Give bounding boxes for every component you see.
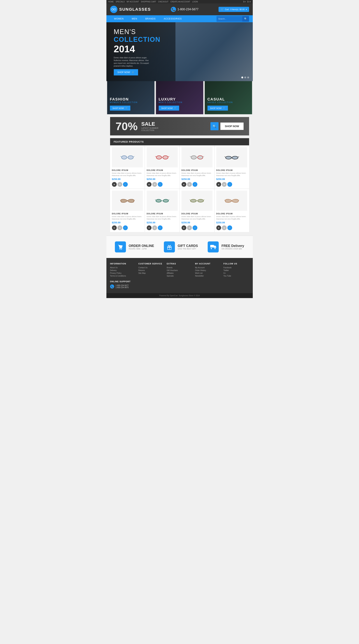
footer-privacy[interactable]: Privacy Policy: [110, 272, 136, 274]
category-luxury[interactable]: LUXURY MEN'S COLLECTION SHOP NOW! 🛒: [156, 81, 203, 114]
luxury-shop-button[interactable]: SHOP NOW! 🛒: [159, 106, 179, 110]
product-title: DOLORE IPSUM: [182, 213, 212, 215]
svg-point-23: [191, 156, 196, 159]
hero-title-line2: COLLECTION: [114, 36, 161, 44]
fashion-shop-button[interactable]: SHOP NOW! 🛒: [110, 106, 131, 110]
footer-cs-title: CUSTOMER SERVICE: [138, 262, 164, 265]
category-fashion[interactable]: FASHION WOMEN'S COLLECTION SHOP NOW! 🛒: [107, 81, 154, 114]
footer-newsletter[interactable]: Newsletter: [195, 275, 221, 277]
addcart-button[interactable]: 🛒: [123, 226, 128, 230]
product-card: DOLORE IPSUM Donec vitae diam at purus u…: [145, 189, 180, 232]
compare-button[interactable]: ⊞: [152, 226, 157, 230]
footer-affiliates[interactable]: Affiliates: [167, 272, 192, 274]
top-bar-right: $ ▾ En ▾: [243, 1, 251, 3]
footer-facebook[interactable]: Facebook: [223, 266, 249, 269]
footer-brands[interactable]: Brands: [167, 266, 192, 269]
svg-point-46: [120, 249, 120, 250]
addcart-button[interactable]: 🛒: [193, 182, 197, 187]
footer-terms[interactable]: Terms & Conditions: [110, 275, 136, 277]
sale-shop-button[interactable]: SHOP NOW: [220, 122, 244, 130]
hero-dot-1[interactable]: [241, 76, 243, 78]
svg-line-44: [224, 200, 225, 200]
fashion-sub: WOMEN'S COLLECTION: [110, 102, 152, 104]
product-actions: ★ ⊞ 🛒: [182, 226, 212, 230]
features-strip: ORDER ONLINE HOURS: 8AM - 11PM GIFT CARD…: [106, 236, 253, 258]
footer-about[interactable]: About Us: [110, 266, 136, 269]
footer-returns[interactable]: Returns: [138, 270, 164, 272]
svg-line-37: [155, 200, 156, 200]
nav-item-accessories[interactable]: ACCESSORIES: [160, 15, 186, 22]
fashion-title: FASHION: [110, 97, 152, 102]
addcart-button[interactable]: 🛒: [227, 226, 232, 230]
footer-vouchers[interactable]: Gift Vouchers: [167, 270, 192, 272]
footer-twitter[interactable]: Twitter: [223, 270, 249, 272]
footer-specials[interactable]: Specials: [167, 275, 192, 277]
footer-delivery[interactable]: Delivery: [110, 270, 136, 272]
compare-button[interactable]: ⊞: [118, 226, 122, 230]
compare-button[interactable]: ⊞: [222, 182, 227, 187]
product-title: DOLORE IPSUM: [216, 213, 247, 215]
wishlist-button[interactable]: ★: [216, 182, 221, 187]
search-input[interactable]: [216, 16, 242, 21]
nav-login[interactable]: LOGIN: [192, 1, 198, 3]
top-bar-links[interactable]: HOME SPECIALS MY ACCOUNT SHOPPING CART C…: [108, 1, 200, 3]
nav-item-women[interactable]: WOMEN: [110, 15, 128, 22]
wishlist-button[interactable]: ★: [147, 182, 152, 187]
svg-point-10: [128, 156, 133, 159]
footer-gplus[interactable]: G+: [223, 272, 249, 274]
casual-shop-button[interactable]: SHOP NOW! 🛒: [207, 106, 228, 110]
compare-button[interactable]: ⊞: [187, 226, 192, 230]
compare-button[interactable]: ⊞: [222, 226, 227, 230]
product-price: $250.99: [182, 221, 212, 224]
cart-area[interactable]: 🛒 Cart: 0 Item(s) $0.00 ▾: [219, 7, 249, 12]
product-price: $250.99: [112, 178, 143, 180]
search-button[interactable]: 🔍: [242, 16, 249, 22]
cart-btn-icon: 🛒: [132, 71, 134, 74]
footer-my-account[interactable]: My Account: [195, 266, 221, 269]
hero-dot-2[interactable]: [244, 76, 246, 78]
nav-item-men[interactable]: MEN: [128, 15, 141, 22]
nav-search[interactable]: 🔍: [216, 16, 249, 22]
wishlist-button[interactable]: ★: [112, 182, 117, 187]
hero-shop-button[interactable]: SHOP NOW! 🛒: [114, 69, 138, 76]
product-title: DOLORE IPSUM: [182, 169, 212, 171]
wishlist-button[interactable]: ★: [112, 226, 117, 230]
addcart-button[interactable]: 🛒: [123, 182, 128, 187]
footer-sitemap[interactable]: Site Map: [138, 272, 164, 274]
currency-selector[interactable]: $ ▾: [243, 1, 246, 3]
nav-cart[interactable]: SHOPPING CART: [141, 1, 156, 3]
language-selector[interactable]: En ▾: [247, 1, 251, 3]
footer-order-history[interactable]: Order History: [195, 270, 221, 272]
addcart-button[interactable]: 🛒: [158, 182, 163, 187]
product-price: $250.99: [112, 221, 143, 224]
gift-text: GIFT CARDS GIVE THE BEST GIFT: [178, 244, 198, 250]
nav-myaccount[interactable]: MY ACCOUNT: [127, 1, 139, 3]
delivery-title: FREE Delivery: [221, 244, 244, 248]
addcart-button[interactable]: 🛒: [193, 226, 197, 230]
nav-specials[interactable]: SPECIALS: [116, 1, 125, 3]
wishlist-button[interactable]: ★: [182, 182, 186, 187]
addcart-button[interactable]: 🛒: [158, 226, 163, 230]
product-desc: Donec vitae diam ut purus ultrices lorem…: [182, 172, 212, 177]
svg-point-35: [163, 199, 168, 202]
product-title: DOLORE IPSUM: [216, 169, 247, 171]
product-actions: ★ ⊞ 🛒: [147, 182, 178, 187]
footer-contact[interactable]: Contact Us: [138, 266, 164, 269]
footer-wishlist[interactable]: Wish List: [195, 272, 221, 274]
hero-dot-3[interactable]: [247, 76, 249, 78]
nav-checkout[interactable]: CHECKOUT: [158, 1, 168, 3]
nav-create[interactable]: CREATE AN ACCOUNT: [170, 1, 190, 3]
compare-button[interactable]: ⊞: [187, 182, 192, 187]
compare-button[interactable]: ⊞: [152, 182, 157, 187]
nav-home[interactable]: HOME: [108, 1, 114, 3]
footer-youtube[interactable]: You Tube: [223, 275, 249, 277]
casual-content: CASUAL UNISEX COLLECTION SHOP NOW! 🛒: [205, 81, 252, 114]
compare-button[interactable]: ⊞: [118, 182, 122, 187]
logo-text: SUNGLASSES: [119, 7, 151, 12]
wishlist-button[interactable]: ★: [147, 226, 152, 230]
category-casual[interactable]: CASUAL UNISEX COLLECTION SHOP NOW! 🛒: [205, 81, 252, 114]
nav-item-brands[interactable]: BRANDS: [141, 15, 160, 22]
addcart-button[interactable]: 🛒: [227, 182, 232, 187]
wishlist-button[interactable]: ★: [182, 226, 186, 230]
wishlist-button[interactable]: ★: [216, 226, 221, 230]
